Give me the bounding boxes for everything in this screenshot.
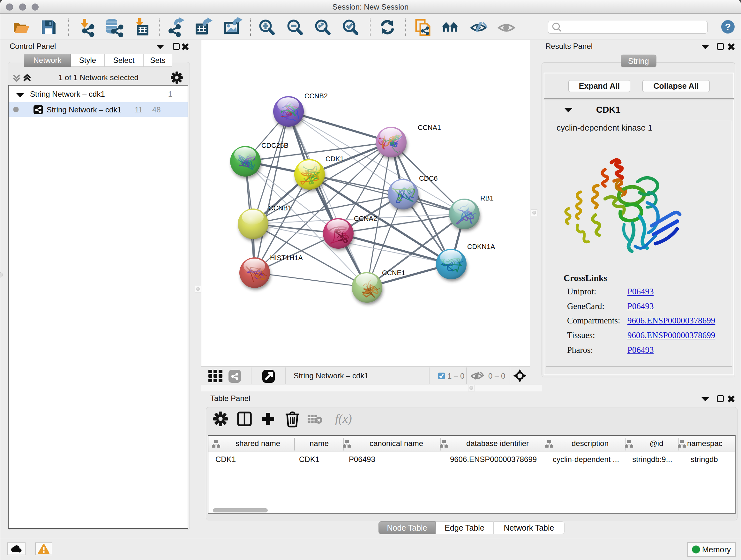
svg-text:HIST1H1A: HIST1H1A (270, 254, 303, 262)
svg-text:CCNB1: CCNB1 (268, 204, 292, 212)
svg-text:CDK1: CDK1 (326, 155, 344, 163)
svg-text:f(x): f(x) (335, 412, 352, 426)
svg-text:RB1: RB1 (480, 194, 494, 202)
svg-text:CDC25B: CDC25B (261, 142, 288, 149)
svg-text:CCNA2: CCNA2 (354, 215, 377, 223)
svg-text:CCNB2: CCNB2 (305, 92, 328, 100)
svg-text:CCNA1: CCNA1 (418, 124, 441, 132)
svg-text:?: ? (725, 21, 731, 32)
svg-text:CCNE1: CCNE1 (382, 269, 405, 277)
svg-text:CDKN1A: CDKN1A (467, 243, 495, 251)
svg-text:CDC6: CDC6 (419, 175, 438, 182)
